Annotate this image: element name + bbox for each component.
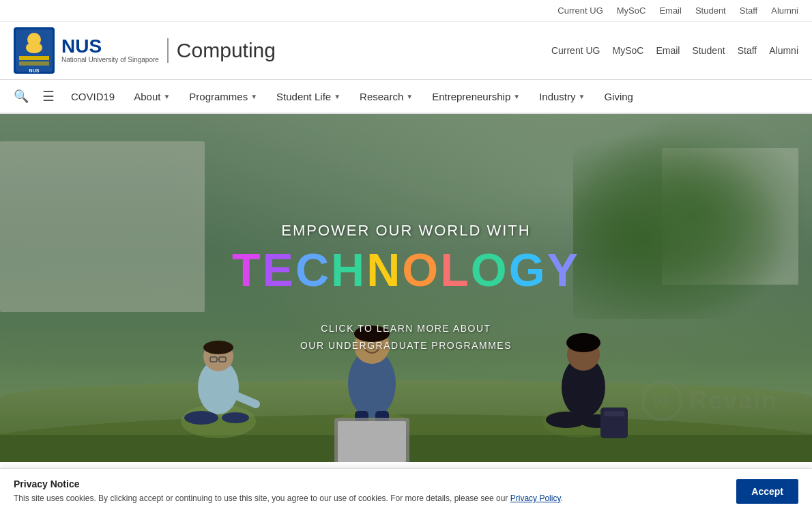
hero-title-letter-y: Y [547,244,580,296]
top-link-email[interactable]: Email [659,5,682,16]
nav-item-student-life: Student Life ▼ [267,80,350,113]
logo-university-name: National University of Singapore [61,56,159,64]
logo-computing-text: Computing [167,38,276,63]
nav-link-covid19[interactable]: COVID19 [61,80,124,113]
hero-subtitle: EMPOWER OUR WORLD WITH [232,222,580,240]
nus-shield-logo[interactable]: NUS [14,27,55,74]
top-link-student-2[interactable]: Student [692,45,725,56]
top-link-alumni-2[interactable]: Alumni [769,45,798,56]
top-nav-links: Current UG MySoC Email Student Staff Alu… [551,45,798,56]
about-dropdown-caret: ▼ [163,93,170,100]
hero-title-letter-l: L [440,244,471,296]
student-life-dropdown-caret: ▼ [334,93,340,100]
hero-cta-line2: OUR UNDERGRADUATE PROGRAMMES [232,337,580,354]
logo-area: NUS NUS National University of Singapore… [14,27,551,74]
nav-item-industry: Industry ▼ [530,80,594,113]
nav-link-industry[interactable]: Industry ▼ [530,80,594,113]
industry-dropdown-caret: ▼ [579,93,585,100]
hero-cta-text[interactable]: CLICK TO LEARN MORE ABOUT OUR UNDERGRADU… [232,320,580,354]
top-link-alumni[interactable]: Alumni [771,5,798,16]
programmes-dropdown-caret: ▼ [250,93,257,100]
hero-title-letter-g: G [509,244,547,296]
hero-title-letter-o1: O [402,244,440,296]
svg-rect-4 [19,56,49,60]
nav-item-giving: Giving [594,80,643,113]
top-link-current-ug-2[interactable]: Current UG [551,45,600,56]
top-link-student[interactable]: Student [695,5,726,16]
main-navigation: 🔍 ☰ COVID19 About ▼ Programmes ▼ Student… [0,80,812,114]
hero-title-letter-h: H [331,244,366,296]
nav-link-programmes[interactable]: Programmes ▼ [179,80,267,113]
top-link-email-2[interactable]: Email [656,45,680,56]
site-header: NUS NUS National University of Singapore… [0,22,812,80]
search-icon[interactable]: 🔍 [7,89,35,104]
hero-title: TECHNOLOGY [232,246,580,293]
hero-title-letter-c: C [295,244,331,296]
top-link-staff-2[interactable]: Staff [738,45,757,56]
hero-title-letter-e: E [263,244,295,296]
svg-text:NUS: NUS [29,68,40,73]
hero-section[interactable]: EMPOWER OUR WORLD WITH TECHNOLOGY CLICK … [0,114,812,462]
nav-link-entrepreneurship[interactable]: Entrepreneurship ▼ [422,80,530,113]
nav-item-about: About ▼ [124,80,179,113]
top-link-mysoc-2[interactable]: MySoC [612,45,643,56]
nav-item-covid19: COVID19 [61,80,124,113]
nav-link-about[interactable]: About ▼ [124,80,179,113]
hero-title-letter-n: N [366,244,402,296]
hero-content[interactable]: EMPOWER OUR WORLD WITH TECHNOLOGY CLICK … [218,208,594,368]
top-link-staff[interactable]: Staff [740,5,758,16]
svg-point-3 [26,42,42,53]
hamburger-menu-icon[interactable]: ☰ [35,88,61,104]
nav-item-entrepreneurship: Entrepreneurship ▼ [422,80,530,113]
nav-link-giving[interactable]: Giving [594,80,643,113]
research-dropdown-caret: ▼ [406,93,413,100]
nav-link-student-life[interactable]: Student Life ▼ [267,80,350,113]
svg-rect-5 [19,61,49,66]
logo-nus-text: NUS [61,37,159,56]
top-utility-bar: Current UG MySoC Email Student Staff Alu… [0,0,812,22]
hero-cta-line1: CLICK TO LEARN MORE ABOUT [232,320,580,337]
logo-text: NUS National University of Singapore Com… [61,37,276,64]
top-link-current-ug[interactable]: Current UG [557,5,603,16]
hero-title-letter-o2: O [471,244,509,296]
nav-item-programmes: Programmes ▼ [179,80,267,113]
hero-title-letter-t: T [232,244,263,296]
top-link-mysoc[interactable]: MySoC [617,5,646,16]
nav-item-research: Research ▼ [350,80,422,113]
entrepreneurship-dropdown-caret: ▼ [513,93,520,100]
nav-link-research[interactable]: Research ▼ [350,80,422,113]
nav-menu: COVID19 About ▼ Programmes ▼ Student Lif… [61,80,643,113]
